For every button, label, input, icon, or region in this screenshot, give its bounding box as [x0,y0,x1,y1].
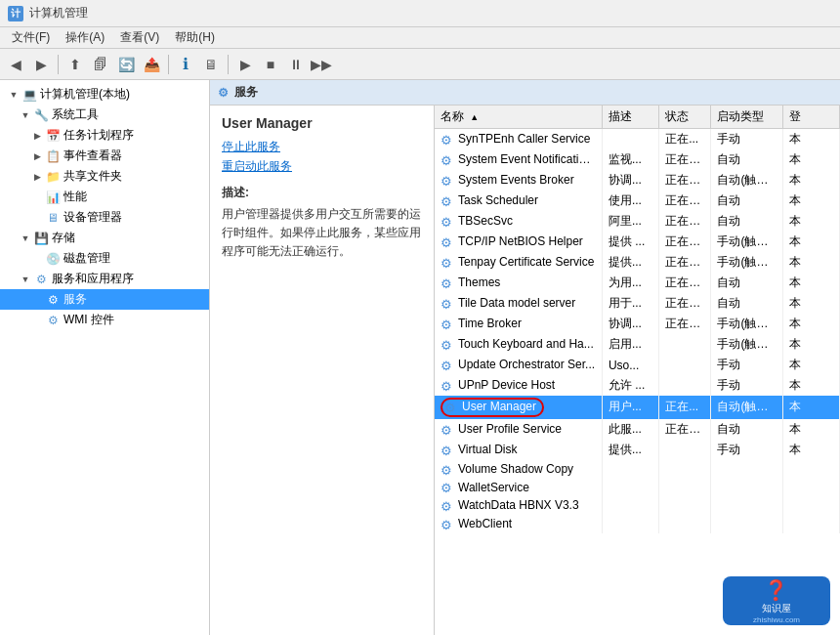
service-icon: ⚙ [441,359,454,372]
cell-logon: 本 [782,293,839,314]
cell-desc: 协调... [602,170,658,190]
sidebar-item-services[interactable]: ⚙ 服务 [0,289,209,310]
cell-status: 正在在... [659,252,711,273]
menu-file[interactable]: 文件(F) [4,27,58,48]
service-icon: ⚙ [441,444,454,457]
cell-desc: 为用... [602,273,658,293]
cell-startup: 自动 [711,211,782,232]
cell-logon: 本 [782,170,839,190]
table-row[interactable]: ⚙System Event Notification...监视...正在在...… [435,149,840,170]
sidebar-item-perf[interactable]: 📊 性能 [0,187,209,207]
menu-view[interactable]: 查看(V) [112,27,167,48]
service-name: Themes [458,275,500,289]
expand-arrow-task: ▶ [31,130,43,142]
table-row[interactable]: ⚙Tile Data model server用于...正在在...自动本 [435,293,840,314]
table-row[interactable]: ⚙UPnP Device Host允许 ...手动本 [435,375,840,396]
table-row[interactable]: ⚙Virtual Disk提供...手动本 [435,440,840,460]
service-icon: ⚙ [441,338,454,352]
cell-desc [602,129,658,150]
stop-button[interactable]: ■ [259,53,282,76]
service-icon: ⚙ [441,463,454,477]
menu-action[interactable]: 操作(A) [58,27,112,48]
export-button[interactable]: 📤 [140,53,163,76]
col-header-desc[interactable]: 描述 [602,106,658,129]
computer-icon: 💻 [21,87,37,103]
sidebar-item-svc-apps[interactable]: ▼ ⚙ 服务和应用程序 [0,269,209,289]
col-header-status[interactable]: 状态 [659,106,711,129]
table-row[interactable]: ⚙Task Scheduler使用...正在在...自动本 [435,190,840,211]
sidebar-item-wmi[interactable]: ⚙ WMI 控件 [0,310,209,330]
cell-name: ⚙SynTPEnh Caller Service [435,129,602,150]
properties-button[interactable]: ℹ [174,53,197,76]
table-row[interactable]: ⚙System Events Broker协调...正在在...自动(触发...… [435,170,840,190]
content-area: User Manager 停止此服务 重启动此服务 描述: 用户管理器提供多用户… [210,106,840,635]
cell-desc: 用于... [602,293,658,314]
cell-status [659,440,711,460]
table-row[interactable]: ⚙Tenpay Certificate Service提供...正在在...手动… [435,252,840,273]
sidebar-item-disk[interactable]: 💿 磁盘管理 [0,248,209,269]
expand-arrow-services [31,294,43,306]
expand-arrow-storage: ▼ [20,233,31,244]
col-header-startup[interactable]: 启动类型 [711,106,782,129]
refresh-button[interactable]: 🔄 [114,53,138,76]
cell-status [659,460,711,479]
table-row[interactable]: ⚙SynTPEnh Caller Service正在...手动本 [435,129,840,150]
restart-service-link[interactable]: 重启动此服务 [222,158,422,175]
table-row[interactable]: ⚙Time Broker协调...正在在...手动(触发...本 [435,314,840,334]
sidebar-item-sys-tools[interactable]: ▼ 🔧 系统工具 [0,105,209,125]
cell-startup: 手动 [711,375,782,396]
perf-icon: 📊 [45,190,61,205]
device-icon: 🖥 [45,210,61,226]
table-row[interactable]: ⚙TCP/IP NetBIOS Helper提供 ...正在在...手动(触发.… [435,232,840,252]
cell-name: ⚙WalletService [435,479,602,497]
menu-help[interactable]: 帮助(H) [167,27,223,48]
step-forward-button[interactable]: ▶▶ [310,53,333,76]
up-button[interactable]: ⬆ [63,53,87,76]
cell-status: 正在在... [659,211,711,232]
table-row[interactable]: ⚙Touch Keyboard and Ha...启用...手动(触发...本 [435,334,840,355]
back-button[interactable]: ◀ [4,53,27,76]
cell-logon [782,515,839,533]
col-header-logon[interactable]: 登 [782,106,839,129]
service-icon: ⚙ [441,174,454,188]
cell-startup: 自动 [711,419,782,440]
forward-button[interactable]: ▶ [29,53,53,76]
services-tree-icon: ⚙ [45,292,61,308]
cell-startup: 自动 [711,293,782,314]
table-row[interactable]: ⚙Volume Shadow Copy [435,460,840,479]
title-bar: 计 计算机管理 [0,0,840,27]
sidebar-item-storage[interactable]: ▼ 💾 存储 [0,228,209,248]
cell-name: ⚙Task Scheduler [435,190,602,211]
cell-name: ⚙Tenpay Certificate Service [435,252,602,273]
table-row[interactable]: ⚙TBSecSvc阿里...正在在...自动本 [435,211,840,232]
cell-name: ⚙TCP/IP NetBIOS Helper [435,232,602,252]
cell-startup: 自动(触发... [711,170,782,190]
cell-startup: 自动 [711,273,782,293]
table-row[interactable]: ⚙Themes为用...正在在...自动本 [435,273,840,293]
col-header-name[interactable]: 名称 ▲ [435,106,602,129]
table-row[interactable]: ⚙Update Orchestrator Ser...Uso...手动本 [435,355,840,375]
expand-arrow-event: ▶ [31,150,43,162]
sidebar-item-task-sched[interactable]: ▶ 📅 任务计划程序 [0,125,209,146]
pause-button[interactable]: ⏸ [284,53,308,76]
sidebar-item-event-viewer[interactable]: ▶ 📋 事件查看器 [0,146,209,166]
table-row[interactable]: ⚙User Manager用户...正在...自动(触发...本 [435,396,840,419]
console-button[interactable]: 🖥 [199,53,223,76]
expand-arrow-sys: ▼ [20,109,31,121]
sidebar-item-device[interactable]: 🖥 设备管理器 [0,207,209,228]
cell-status [659,375,711,396]
service-name: Virtual Disk [458,443,517,456]
sidebar-item-root[interactable]: ▼ 💻 计算机管理(本地) [0,84,209,105]
table-row[interactable]: ⚙WebClient [435,515,840,533]
play-button[interactable]: ▶ [233,53,257,76]
stop-service-link[interactable]: 停止此服务 [222,139,422,155]
cell-desc: 启用... [602,334,658,355]
cell-desc [602,496,658,515]
show-hide-button[interactable]: 🗐 [89,53,112,76]
table-row[interactable]: ⚙WatchData HBNX V3.3 [435,496,840,515]
sidebar-item-shared[interactable]: ▶ 📁 共享文件夹 [0,166,209,187]
cell-startup: 手动(触发... [711,334,782,355]
table-row[interactable]: ⚙WalletService [435,479,840,497]
table-row[interactable]: ⚙User Profile Service此服...正在在...自动本 [435,419,840,440]
cell-name: ⚙Tile Data model server [435,293,602,314]
